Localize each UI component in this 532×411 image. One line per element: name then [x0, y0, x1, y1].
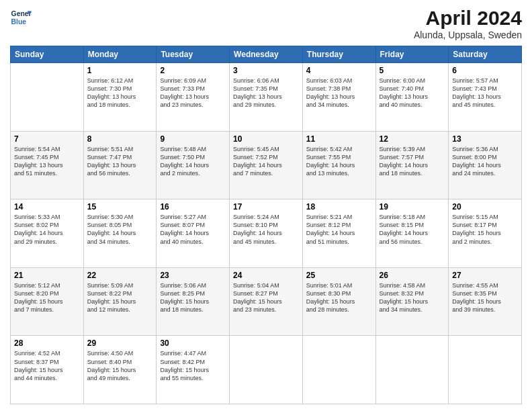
- day-number: 16: [160, 202, 226, 212]
- day-number: 28: [14, 338, 80, 348]
- day-info: Sunrise: 5:21 AM Sunset: 8:12 PM Dayligh…: [306, 213, 372, 246]
- logo-icon: General Blue: [10, 7, 32, 28]
- calendar-day-22: 22Sunrise: 5:09 AM Sunset: 8:22 PM Dayli…: [83, 267, 157, 336]
- day-info: Sunrise: 4:50 AM Sunset: 8:40 PM Dayligh…: [87, 349, 153, 382]
- day-info: Sunrise: 6:06 AM Sunset: 7:35 PM Dayligh…: [233, 77, 299, 109]
- calendar-day-1: 1Sunrise: 6:12 AM Sunset: 7:30 PM Daylig…: [83, 63, 157, 132]
- calendar-week-3: 14Sunrise: 5:33 AM Sunset: 8:02 PM Dayli…: [11, 199, 522, 268]
- calendar-empty-cell: [11, 63, 84, 132]
- day-number: 24: [233, 271, 299, 280]
- day-number: 7: [14, 134, 80, 144]
- day-number: 3: [233, 66, 299, 75]
- day-header-monday: Monday: [83, 46, 157, 63]
- calendar-day-10: 10Sunrise: 5:45 AM Sunset: 7:52 PM Dayli…: [230, 131, 303, 199]
- day-number: 12: [380, 134, 445, 144]
- day-header-sunday: Sunday: [11, 46, 84, 63]
- calendar-day-5: 5Sunrise: 6:00 AM Sunset: 7:40 PM Daylig…: [375, 63, 449, 132]
- day-info: Sunrise: 5:24 AM Sunset: 8:10 PM Dayligh…: [233, 213, 299, 246]
- calendar-empty-cell: [375, 336, 449, 404]
- page: General Blue April 2024 Alunda, Uppsala,…: [0, 0, 532, 411]
- day-number: 15: [87, 202, 153, 212]
- month-title: April 2024: [414, 7, 522, 30]
- day-number: 11: [306, 134, 372, 144]
- calendar-day-7: 7Sunrise: 5:54 AM Sunset: 7:45 PM Daylig…: [11, 131, 84, 199]
- calendar-day-24: 24Sunrise: 5:04 AM Sunset: 8:27 PM Dayli…: [230, 267, 303, 336]
- day-number: 10: [233, 134, 299, 144]
- calendar-day-4: 4Sunrise: 6:03 AM Sunset: 7:38 PM Daylig…: [302, 63, 375, 132]
- day-number: 1: [87, 66, 153, 75]
- calendar-day-11: 11Sunrise: 5:42 AM Sunset: 7:55 PM Dayli…: [302, 131, 375, 199]
- day-header-tuesday: Tuesday: [157, 46, 230, 63]
- calendar-day-3: 3Sunrise: 6:06 AM Sunset: 7:35 PM Daylig…: [230, 63, 303, 132]
- logo: General Blue: [10, 7, 32, 28]
- day-info: Sunrise: 4:58 AM Sunset: 8:32 PM Dayligh…: [380, 281, 445, 314]
- calendar-day-9: 9Sunrise: 5:48 AM Sunset: 7:50 PM Daylig…: [157, 131, 230, 199]
- calendar-week-2: 7Sunrise: 5:54 AM Sunset: 7:45 PM Daylig…: [11, 131, 522, 199]
- day-number: 17: [233, 202, 299, 212]
- day-info: Sunrise: 4:55 AM Sunset: 8:35 PM Dayligh…: [452, 281, 518, 314]
- day-info: Sunrise: 5:18 AM Sunset: 8:15 PM Dayligh…: [380, 213, 445, 246]
- day-header-saturday: Saturday: [449, 46, 522, 63]
- day-info: Sunrise: 5:36 AM Sunset: 8:00 PM Dayligh…: [452, 145, 518, 178]
- calendar-day-26: 26Sunrise: 4:58 AM Sunset: 8:32 PM Dayli…: [375, 267, 449, 336]
- calendar-day-25: 25Sunrise: 5:01 AM Sunset: 8:30 PM Dayli…: [302, 267, 375, 336]
- calendar-day-27: 27Sunrise: 4:55 AM Sunset: 8:35 PM Dayli…: [449, 267, 522, 336]
- day-info: Sunrise: 5:45 AM Sunset: 7:52 PM Dayligh…: [233, 145, 299, 178]
- day-info: Sunrise: 5:57 AM Sunset: 7:43 PM Dayligh…: [452, 77, 518, 109]
- day-number: 8: [87, 134, 153, 144]
- day-info: Sunrise: 5:39 AM Sunset: 7:57 PM Dayligh…: [380, 145, 445, 178]
- day-info: Sunrise: 5:51 AM Sunset: 7:47 PM Dayligh…: [87, 145, 153, 178]
- day-number: 26: [380, 271, 445, 280]
- calendar-day-8: 8Sunrise: 5:51 AM Sunset: 7:47 PM Daylig…: [83, 131, 157, 199]
- day-number: 22: [87, 271, 153, 280]
- day-header-friday: Friday: [375, 46, 449, 63]
- calendar-day-19: 19Sunrise: 5:18 AM Sunset: 8:15 PM Dayli…: [375, 199, 449, 268]
- day-info: Sunrise: 5:01 AM Sunset: 8:30 PM Dayligh…: [306, 281, 372, 314]
- calendar-day-6: 6Sunrise: 5:57 AM Sunset: 7:43 PM Daylig…: [449, 63, 522, 132]
- day-info: Sunrise: 5:54 AM Sunset: 7:45 PM Dayligh…: [14, 145, 80, 178]
- calendar-day-21: 21Sunrise: 5:12 AM Sunset: 8:20 PM Dayli…: [11, 267, 84, 336]
- day-number: 6: [452, 66, 518, 75]
- day-number: 23: [160, 271, 226, 280]
- calendar-table: SundayMondayTuesdayWednesdayThursdayFrid…: [10, 46, 522, 404]
- calendar-day-2: 2Sunrise: 6:09 AM Sunset: 7:33 PM Daylig…: [157, 63, 230, 132]
- day-number: 25: [306, 271, 372, 280]
- day-header-thursday: Thursday: [302, 46, 375, 63]
- calendar-day-14: 14Sunrise: 5:33 AM Sunset: 8:02 PM Dayli…: [11, 199, 84, 268]
- day-info: Sunrise: 5:30 AM Sunset: 8:05 PM Dayligh…: [87, 213, 153, 246]
- calendar-day-12: 12Sunrise: 5:39 AM Sunset: 7:57 PM Dayli…: [375, 131, 449, 199]
- day-info: Sunrise: 6:09 AM Sunset: 7:33 PM Dayligh…: [160, 77, 226, 109]
- location: Alunda, Uppsala, Sweden: [414, 30, 522, 40]
- day-info: Sunrise: 5:27 AM Sunset: 8:07 PM Dayligh…: [160, 213, 226, 246]
- day-info: Sunrise: 4:47 AM Sunset: 8:42 PM Dayligh…: [160, 349, 226, 382]
- day-number: 20: [452, 202, 518, 212]
- day-info: Sunrise: 5:15 AM Sunset: 8:17 PM Dayligh…: [452, 213, 518, 246]
- day-number: 5: [380, 66, 445, 75]
- day-number: 2: [160, 66, 226, 75]
- day-info: Sunrise: 5:04 AM Sunset: 8:27 PM Dayligh…: [233, 281, 299, 314]
- header: General Blue April 2024 Alunda, Uppsala,…: [10, 7, 522, 40]
- calendar-header-row: SundayMondayTuesdayWednesdayThursdayFrid…: [11, 46, 522, 63]
- day-info: Sunrise: 6:12 AM Sunset: 7:30 PM Dayligh…: [87, 77, 153, 109]
- calendar-day-23: 23Sunrise: 5:06 AM Sunset: 8:25 PM Dayli…: [157, 267, 230, 336]
- calendar-day-28: 28Sunrise: 4:52 AM Sunset: 8:37 PM Dayli…: [11, 336, 84, 404]
- day-number: 14: [14, 202, 80, 212]
- day-number: 13: [452, 134, 518, 144]
- calendar-day-15: 15Sunrise: 5:30 AM Sunset: 8:05 PM Dayli…: [83, 199, 157, 268]
- svg-text:Blue: Blue: [11, 18, 27, 26]
- calendar-day-20: 20Sunrise: 5:15 AM Sunset: 8:17 PM Dayli…: [449, 199, 522, 268]
- calendar-day-13: 13Sunrise: 5:36 AM Sunset: 8:00 PM Dayli…: [449, 131, 522, 199]
- day-info: Sunrise: 5:33 AM Sunset: 8:02 PM Dayligh…: [14, 213, 80, 246]
- day-info: Sunrise: 5:48 AM Sunset: 7:50 PM Dayligh…: [160, 145, 226, 178]
- day-number: 27: [452, 271, 518, 280]
- calendar-day-29: 29Sunrise: 4:50 AM Sunset: 8:40 PM Dayli…: [83, 336, 157, 404]
- day-number: 18: [306, 202, 372, 212]
- day-number: 19: [380, 202, 445, 212]
- day-info: Sunrise: 5:06 AM Sunset: 8:25 PM Dayligh…: [160, 281, 226, 314]
- title-block: April 2024 Alunda, Uppsala, Sweden: [414, 7, 522, 40]
- calendar-empty-cell: [230, 336, 303, 404]
- calendar-week-5: 28Sunrise: 4:52 AM Sunset: 8:37 PM Dayli…: [11, 336, 522, 404]
- day-header-wednesday: Wednesday: [230, 46, 303, 63]
- calendar-week-4: 21Sunrise: 5:12 AM Sunset: 8:20 PM Dayli…: [11, 267, 522, 336]
- day-number: 29: [87, 338, 153, 348]
